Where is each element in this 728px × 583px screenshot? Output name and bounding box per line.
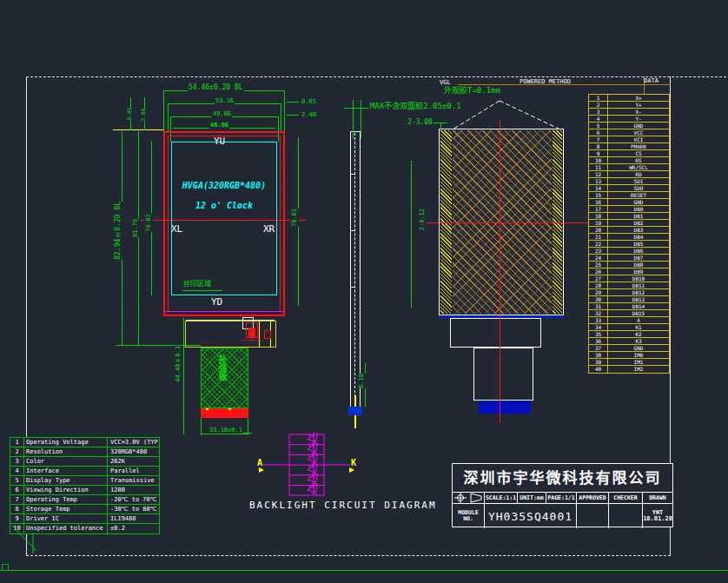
pin-number: 25 [589,262,608,268]
spec-item: Operating Temp [24,495,108,504]
pin-signal: DB5 [608,241,669,247]
header-powered-method: POWERED METHOD [520,78,571,85]
module-number-cell: YH035SQ4001 [484,503,576,528]
drawn-value-cell: YHT 18.01.28 [642,503,672,528]
pin-signal: A [608,317,669,323]
pin-row: 31DB14 [589,303,669,310]
pin-row: 12RD [589,171,669,178]
pin-number: 3 [589,109,608,115]
pin-signal: DB0 [608,206,669,212]
pin-row: 25DB8 [589,262,669,268]
pin-signal: CS [608,150,669,156]
backlight-anode-label: A [257,458,262,467]
spec-row: 7Operating Temp-20℃ to 70℃ [10,495,159,505]
pin-row: 5GND [589,123,669,129]
pin-row: 29DB12 [589,289,669,296]
pin-row: 39IM1 [589,359,669,366]
spec-row: 6Viewing Direction1200 [10,486,159,495]
spec-value: VCC=3.0V (TYP) [108,438,159,447]
pin-signal: RS [608,157,669,163]
pin-row: 8FMARK [589,143,669,150]
pin-number: 10 [589,157,608,163]
pin-signal: DB12 [608,289,669,295]
spec-value: ±0.2 [108,524,159,533]
title-block: 深圳市宇华微科技有限公司 SCALE:1:1 UNIT:mm PAGE:1/1 … [452,463,673,527]
pin-signal: SDI [608,178,669,184]
pin-number: 15 [589,192,608,198]
pin-row: 21DB4 [589,234,669,241]
dim-right2: 2.40 [301,111,317,118]
pin-number: 35 [589,331,608,337]
spec-item: Driver IC [24,514,108,523]
dimline-right2 [287,115,299,116]
dim-left-small1: 0.45 [125,108,134,120]
corner-mark [2,564,9,571]
pin-signal: DB11 [608,282,669,288]
pin-number: 12 [589,171,608,177]
spec-number: 1 [10,438,24,447]
dim-front-right: 78.61 [290,209,299,227]
pin-signal: DB13 [608,296,669,302]
pin-row: 2Y+ [589,102,669,109]
pin-row: 19DB2 [589,220,669,227]
label-yd: YD [211,296,222,308]
dim-glue-note: 外观胶T=0.1mm [443,87,501,94]
scale-cell: SCALE:1:1 [484,492,517,503]
pin-row: 9CS [589,150,669,157]
pin-signal: DB14 [608,303,669,309]
spec-row: 4InterfaceParallel [10,467,159,476]
spec-number: 9 [10,514,24,523]
pin-number: 34 [589,324,608,330]
dim-left1: 82.94±0.20 BL [114,202,122,260]
spec-value: Transmissive [108,476,159,485]
back-tail-stiffener [479,401,531,414]
pin-signal: DB3 [608,227,669,233]
spec-item: Unspecified tolerance [24,524,108,533]
dim-left2: 81.79 [131,219,140,237]
pin-number: 17 [589,206,608,212]
dimline-fpc-bottom [201,434,248,434]
pin-number: 23 [589,248,608,254]
shoulder-divider-1 [259,321,260,348]
dimline-left2 [138,131,139,345]
shoulder-component-small [264,330,271,339]
max-leader [344,108,368,109]
pin-signal: X+ [608,95,669,101]
spec-value: -30℃ to 80℃ [108,505,159,513]
shoulder-component-red-fill [248,328,255,337]
spec-row: 3Color262K [10,457,159,467]
max-extline-2 [361,100,361,139]
spec-number: 10 [10,524,24,533]
pin-row: 24DB7 [589,255,669,262]
pin-number: 36 [589,338,608,344]
company-name: 深圳市宇华微科技有限公司 [453,464,672,492]
frame-top-border [26,76,726,77]
label-xl: XL [171,223,182,235]
pin-number: 20 [589,227,608,233]
pin-signal: Y- [608,116,669,122]
pin-signal: DB4 [608,234,669,240]
pin-number: 13 [589,178,608,184]
dim-fpc-bottom: 33.18±0.1 [208,427,243,434]
pin-number: 26 [589,268,608,275]
pin-signal: IM1 [608,359,669,365]
pin-row: 14SDO [589,185,669,192]
spec-table: 1Operating VoltageVCC=3.0V (TYP)2Resolut… [10,437,160,534]
spec-item: Color [24,457,108,466]
pin-number: 4 [589,116,608,122]
pin-signal: IM0 [608,352,669,358]
projection-symbol-cell [453,492,484,503]
pin-number: 9 [589,150,608,156]
stiffener-tick-1 [206,408,208,410]
pin-signal: DB9 [608,268,669,275]
back-tail [473,348,533,401]
dim-top2: 53.16 [215,97,235,104]
side-view-stiffener [348,407,362,415]
backlight-cathode-label: K [351,458,356,467]
front-top-tape-line [113,129,164,130]
pin-number: 40 [589,366,608,373]
pin-row: 34K1 [589,324,669,331]
pin-number: 33 [589,317,608,323]
extline-fpc-1 [201,418,202,435]
side-view-outline [350,131,361,407]
